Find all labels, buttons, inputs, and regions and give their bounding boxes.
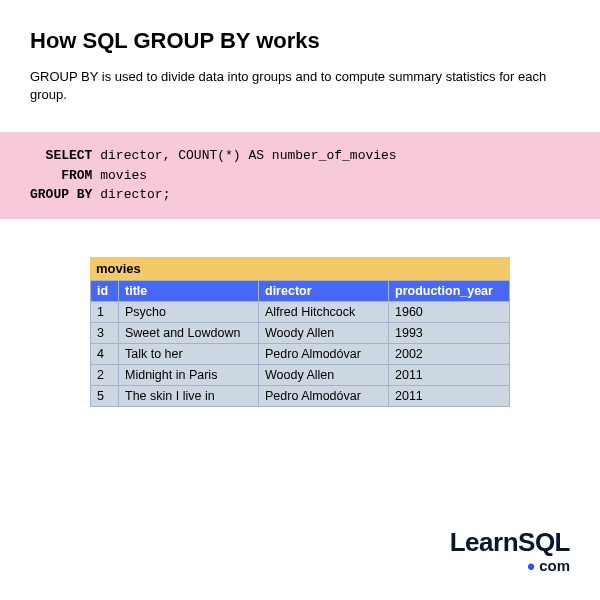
table-row: 3Sweet and LowdownWoody Allen1993 bbox=[91, 322, 510, 343]
table-cell-title: Midnight in Paris bbox=[119, 364, 259, 385]
table-row: 4Talk to herPedro Almodóvar2002 bbox=[91, 343, 510, 364]
select-keyword: SELECT bbox=[46, 148, 93, 163]
col-header-year: production_year bbox=[389, 280, 510, 301]
table-cell-year: 1960 bbox=[389, 301, 510, 322]
table-cell-director: Alfred Hitchcock bbox=[259, 301, 389, 322]
table-cell-id: 1 bbox=[91, 301, 119, 322]
table-cell-year: 2002 bbox=[389, 343, 510, 364]
movies-table: id title director production_year 1Psych… bbox=[90, 280, 510, 407]
col-header-id: id bbox=[91, 280, 119, 301]
table-cell-director: Pedro Almodóvar bbox=[259, 343, 389, 364]
table-header-row: id title director production_year bbox=[91, 280, 510, 301]
sql-code-block: SELECT director, COUNT(*) AS number_of_m… bbox=[0, 132, 600, 219]
logo-com: com bbox=[539, 557, 570, 574]
col-header-title: title bbox=[119, 280, 259, 301]
table-cell-year: 2011 bbox=[389, 385, 510, 406]
learnsql-logo: LearnSQL • com bbox=[450, 527, 570, 580]
logo-sql: SQL bbox=[518, 527, 570, 557]
table-cell-director: Woody Allen bbox=[259, 322, 389, 343]
table-cell-id: 4 bbox=[91, 343, 119, 364]
table-cell-id: 3 bbox=[91, 322, 119, 343]
from-keyword: FROM bbox=[61, 168, 92, 183]
table-cell-year: 2011 bbox=[389, 364, 510, 385]
table-cell-title: Psycho bbox=[119, 301, 259, 322]
select-clause: director, COUNT(*) AS number_of_movies bbox=[92, 148, 396, 163]
page-title: How SQL GROUP BY works bbox=[30, 28, 570, 54]
logo-dot-icon: • bbox=[527, 554, 535, 579]
table-row: 1PsychoAlfred Hitchcock1960 bbox=[91, 301, 510, 322]
col-header-director: director bbox=[259, 280, 389, 301]
table-cell-id: 2 bbox=[91, 364, 119, 385]
table-cell-director: Pedro Almodóvar bbox=[259, 385, 389, 406]
table-row: 5The skin I live inPedro Almodóvar2011 bbox=[91, 385, 510, 406]
table-cell-director: Woody Allen bbox=[259, 364, 389, 385]
description-text: GROUP BY is used to divide data into gro… bbox=[30, 68, 570, 104]
logo-learn: Learn bbox=[450, 527, 518, 557]
table-cell-year: 1993 bbox=[389, 322, 510, 343]
from-clause: movies bbox=[92, 168, 147, 183]
group-by-keyword: GROUP BY bbox=[30, 187, 92, 202]
group-by-clause: director; bbox=[92, 187, 170, 202]
table-row: 2Midnight in ParisWoody Allen2011 bbox=[91, 364, 510, 385]
movies-table-container: movies id title director production_year… bbox=[90, 257, 510, 407]
table-cell-title: Talk to her bbox=[119, 343, 259, 364]
table-name-caption: movies bbox=[90, 257, 510, 280]
table-cell-title: The skin I live in bbox=[119, 385, 259, 406]
table-cell-id: 5 bbox=[91, 385, 119, 406]
table-cell-title: Sweet and Lowdown bbox=[119, 322, 259, 343]
